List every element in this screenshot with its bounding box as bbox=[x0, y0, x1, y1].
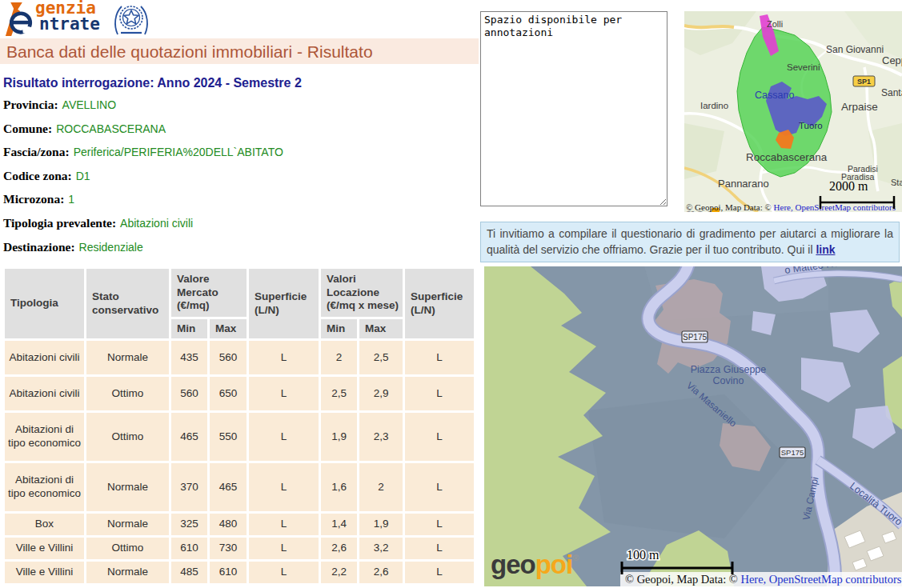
table-cell: Ottimo bbox=[86, 377, 169, 410]
page-title: Banca dati delle quotazioni immobiliari … bbox=[0, 38, 479, 64]
table-cell: 2,3 bbox=[359, 413, 403, 461]
table-cell: Normale bbox=[86, 514, 169, 535]
here-link[interactable]: Here, bbox=[774, 202, 793, 212]
map-label-arpaise: Arpaise bbox=[841, 101, 878, 113]
table-cell: Ville e Villini bbox=[5, 538, 84, 559]
col-header-superficie-1: Superficie (L/N) bbox=[249, 269, 319, 338]
table-cell: 650 bbox=[210, 377, 247, 410]
table-cell: L bbox=[405, 463, 474, 511]
table-cell: 480 bbox=[210, 514, 247, 535]
agenzia-entrate-mark-icon bbox=[5, 1, 37, 38]
overview-map[interactable]: Zolli San Giovanni Cepp Severini Santa C… bbox=[684, 11, 902, 212]
field-label: Codice zona: bbox=[3, 169, 72, 182]
table-cell: L bbox=[405, 377, 474, 410]
table-cell: L bbox=[249, 562, 319, 583]
field-label: Provincia: bbox=[3, 98, 58, 111]
sp175-badge-label: SP175 bbox=[781, 448, 804, 457]
table-cell: 610 bbox=[210, 562, 247, 583]
geopoi-logo: geopoi® bbox=[491, 550, 579, 579]
table-cell: 2 bbox=[359, 463, 403, 511]
field-fascia-zona: Fascia/zona:Periferica/PERIFERIA%20DELL`… bbox=[3, 145, 475, 169]
table-row: BoxNormale325480L1,41,9L bbox=[5, 514, 474, 535]
table-cell: L bbox=[405, 413, 474, 461]
detail-map-shapes bbox=[484, 266, 902, 586]
logo-line1: genzia bbox=[35, 0, 100, 16]
col-header-valore-mercato: Valore Mercato (€/mq) bbox=[171, 269, 247, 317]
table-cell: 560 bbox=[171, 377, 207, 410]
table-cell: 1,4 bbox=[321, 514, 357, 535]
sp1-badge-label: SP1 bbox=[857, 78, 871, 86]
table-cell: Abitazioni di tipo economico bbox=[5, 463, 84, 511]
field-label: Comune: bbox=[3, 122, 52, 135]
svg-text:© Geopoi, Map Data: © Here, Op: © Geopoi, Map Data: © Here, OpenStreetMa… bbox=[686, 202, 896, 212]
result-fields: Provincia:AVELLINO Comune:ROCCABASCERANA… bbox=[3, 98, 475, 263]
agenzia-entrate-logo: genzia ntrate bbox=[5, 1, 165, 38]
map-label-iardino: Iardino bbox=[700, 101, 728, 110]
table-cell: 2,5 bbox=[321, 377, 357, 410]
map-label-cassano: Cassano bbox=[755, 90, 794, 101]
table-cell: Box bbox=[5, 514, 84, 535]
table-cell: 2 bbox=[321, 341, 357, 374]
field-comune: Comune:ROCCABASCERANA bbox=[3, 122, 475, 146]
table-cell: 465 bbox=[210, 463, 247, 511]
annotations-textarea[interactable]: Spazio disponibile per annotazioni bbox=[480, 11, 667, 206]
field-label: Destinazione: bbox=[3, 240, 75, 254]
table-cell: 370 bbox=[171, 463, 207, 511]
map-label-sta-partial: Sta bbox=[891, 178, 902, 187]
table-cell: 485 bbox=[171, 562, 207, 583]
col-header-stato: Stato conservativo bbox=[86, 269, 169, 338]
survey-link[interactable]: link bbox=[816, 243, 835, 256]
field-value: 1 bbox=[68, 193, 74, 206]
table-cell: 550 bbox=[210, 413, 247, 461]
field-label: Tipologia prevalente: bbox=[3, 216, 116, 230]
field-label: Microzona: bbox=[3, 192, 64, 206]
table-cell: L bbox=[249, 514, 319, 535]
table-cell: Normale bbox=[86, 562, 169, 583]
table-cell: L bbox=[405, 538, 474, 559]
survey-info-box: Ti invitiamo a compilare il questionario… bbox=[480, 222, 900, 262]
table-cell: Abitazioni civili bbox=[5, 341, 84, 374]
col-header-superficie-2: Superficie (L/N) bbox=[405, 269, 474, 338]
table-cell: L bbox=[249, 413, 319, 461]
field-value: AVELLINO bbox=[62, 98, 116, 111]
table-cell: 2,6 bbox=[359, 562, 403, 583]
overview-map-attribution: © Geopoi, Map Data: © Here, OpenStreetMa… bbox=[686, 202, 896, 212]
table-row: Ville e VilliniOttimo610730L2,63,2L bbox=[5, 538, 474, 559]
geopoi-logo-reg: ® bbox=[572, 553, 579, 562]
overview-scale-label: 2000 m bbox=[829, 179, 868, 193]
table-cell: L bbox=[249, 341, 319, 374]
col-header-valori-locazione: Valori Locazione (€/mq x mese) bbox=[321, 269, 403, 317]
table-cell: 465 bbox=[171, 413, 207, 461]
logo-line2: ntrate bbox=[39, 16, 100, 32]
table-cell: 3,2 bbox=[359, 538, 403, 559]
field-provincia: Provincia:AVELLINO bbox=[3, 98, 475, 122]
field-value: Residenziale bbox=[79, 241, 143, 254]
table-cell: Ville e Villini bbox=[5, 562, 84, 583]
table-row: Abitazioni civiliNormale435560L22,5L bbox=[5, 341, 474, 374]
svg-text:geopoi®: geopoi® bbox=[491, 550, 579, 579]
table-cell: Abitazioni di tipo economico bbox=[5, 413, 84, 461]
field-codice-zona: Codice zona:D1 bbox=[3, 169, 475, 193]
sp1-road-badge: SP1 bbox=[853, 76, 875, 86]
table-cell: 1,6 bbox=[321, 463, 357, 511]
field-value: Periferica/PERIFERIA%20DELL`ABITATO bbox=[74, 146, 283, 158]
detail-map[interactable]: o Matteo Renato Piazza Giuseppe Covino V… bbox=[484, 266, 902, 586]
attribution-text: © Geopoi, Map Data: © bbox=[686, 202, 774, 212]
table-cell: 2,6 bbox=[321, 538, 357, 559]
page: genzia ntrate Banca dati delle quotazion… bbox=[0, 0, 902, 588]
table-cell: 610 bbox=[171, 538, 207, 559]
table-cell: L bbox=[405, 514, 474, 535]
table-cell: Normale bbox=[86, 463, 169, 511]
logo-text: genzia ntrate bbox=[35, 0, 100, 32]
col-header-tipologia: Tipologia bbox=[5, 269, 84, 338]
map-label-zolli: Zolli bbox=[767, 19, 783, 29]
field-value: D1 bbox=[76, 170, 90, 182]
osm-link[interactable]: OpenStreetMap contributors bbox=[793, 202, 896, 212]
sp175-badge-label: SP175 bbox=[683, 333, 707, 342]
here-osm-links[interactable]: Here, OpenStreetMap contributors bbox=[740, 573, 901, 586]
table-cell: 2,5 bbox=[359, 341, 403, 374]
attribution-text: © Geopoi, Map Data: © bbox=[625, 573, 740, 586]
field-value: ROCCABASCERANA bbox=[56, 122, 166, 135]
table-cell: L bbox=[249, 463, 319, 511]
field-microzona: Microzona:1 bbox=[3, 192, 475, 216]
